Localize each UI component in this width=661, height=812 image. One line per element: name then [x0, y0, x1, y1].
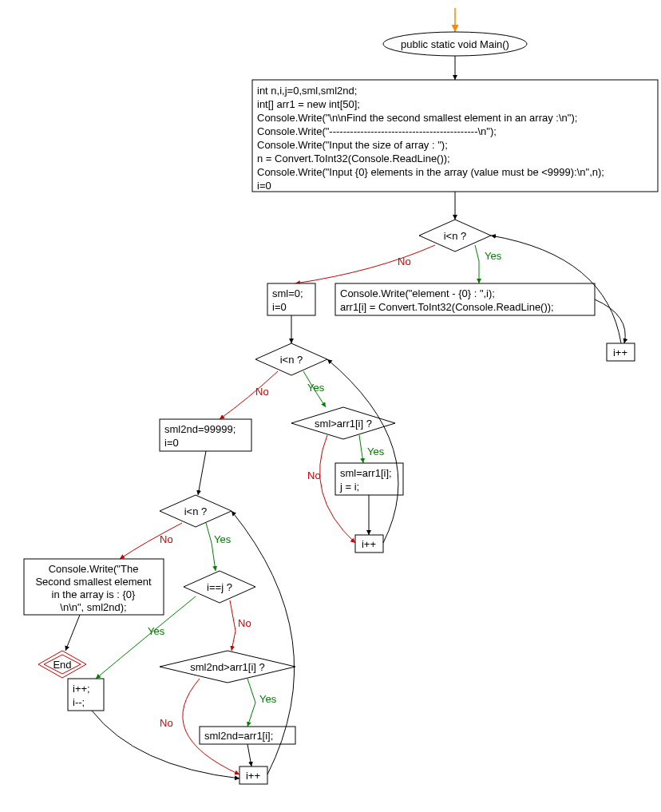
- reset2-line-0: sml2nd=99999;: [164, 423, 236, 435]
- init-line-3: Console.Write("-------------------------…: [257, 125, 497, 137]
- reset2-line-1: i=0: [164, 437, 179, 449]
- init-line-4: Console.Write("Input the size of array :…: [257, 139, 448, 151]
- cond6-no-label: No: [160, 717, 173, 729]
- end-label: End: [53, 659, 71, 671]
- incr2-label: i++: [362, 538, 376, 550]
- cond3-no-label: No: [307, 469, 321, 481]
- incr3-line-1: i--;: [73, 696, 85, 708]
- init-line-5: n = Convert.ToInt32(Console.ReadLine());: [257, 152, 450, 164]
- cond6-yes-label: Yes: [259, 693, 277, 705]
- cond5-label: i==j ?: [207, 581, 232, 593]
- start-label: public static void Main(): [401, 38, 509, 50]
- output-line-3: \n\n", sml2nd);: [60, 601, 126, 613]
- output-line-1: Second smallest element: [35, 576, 152, 588]
- assign2-label: sml2nd=arr1[i];: [204, 730, 273, 742]
- init-line-2: Console.Write("\n\nFind the second small…: [257, 112, 577, 124]
- init-line-0: int n,i,j=0,sml,sml2nd;: [257, 85, 357, 97]
- cond4-yes-label: Yes: [214, 533, 232, 545]
- cond2-yes-label: Yes: [307, 382, 325, 394]
- cond2-label: i<n ?: [280, 354, 303, 366]
- incr4-label: i++: [246, 770, 260, 782]
- output-line-0: Console.Write("The: [49, 563, 139, 575]
- svg-line-6: [65, 615, 80, 651]
- cond1-no-label: No: [398, 255, 411, 267]
- init-line-7: i=0: [257, 180, 271, 192]
- cond6-label: sml2nd>arr1[i] ?: [190, 661, 265, 673]
- input-elem-line-1: arr1[i] = Convert.ToInt32(Console.ReadLi…: [340, 301, 554, 313]
- init-line-6: Console.Write("Input {0} elements in the…: [257, 166, 604, 178]
- cond2-no-label: No: [255, 386, 269, 398]
- incr1-label: i++: [613, 347, 627, 358]
- assign1-line-1: j = i;: [339, 481, 359, 493]
- cond4-label: i<n ?: [184, 505, 208, 517]
- svg-line-7: [247, 744, 251, 766]
- cond3-yes-label: Yes: [367, 446, 385, 457]
- cond1-label: i<n ?: [444, 230, 467, 242]
- output-line-2: in the array is : {0}: [52, 588, 136, 600]
- reset1-line-0: sml=0;: [272, 287, 303, 299]
- cond4-no-label: No: [160, 533, 173, 545]
- cond5-yes-label: Yes: [148, 625, 165, 637]
- cond1-yes-label: Yes: [485, 250, 502, 262]
- reset1-line-1: i=0: [272, 301, 287, 313]
- svg-line-5: [198, 451, 206, 495]
- incr3-line-0: i++;: [73, 683, 90, 695]
- init-line-1: int[] arr1 = new int[50];: [257, 98, 360, 110]
- assign1-line-0: sml=arr1[i];: [340, 467, 392, 479]
- input-elem-line-0: Console.Write("element - {0} : ",i);: [340, 287, 495, 299]
- cond3-label: sml>arr1[i] ?: [315, 418, 372, 430]
- cond5-no-label: No: [238, 617, 251, 629]
